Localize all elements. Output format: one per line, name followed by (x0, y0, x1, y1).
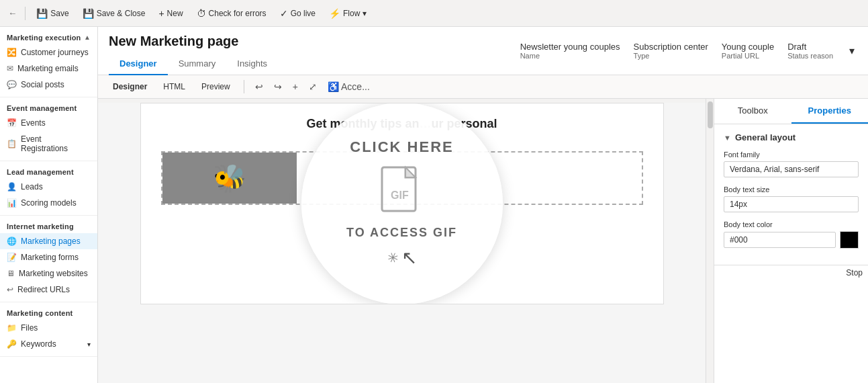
gif-sparkle-icon: ✳ (385, 248, 401, 267)
sidebar-item-customer-journeys[interactable]: 🔀 Customer journeys (0, 44, 97, 60)
page-header-left: New Marketing page Designer Summary Insi… (109, 34, 278, 75)
save-icon: 💾 (36, 8, 48, 19)
sidebar-section-title-event-management: Event management (0, 97, 97, 115)
check-errors-button[interactable]: ⏱ Check for errors (191, 5, 272, 22)
sidebar-section-title-internet-marketing: Internet marketing (0, 216, 97, 233)
sidebar-item-keywords[interactable]: 🔑 Keywords ▾ (0, 336, 97, 352)
go-live-icon: ✓ (280, 8, 288, 19)
back-button[interactable]: ← (5, 5, 19, 21)
canvas[interactable]: Get monthly tips an…ur personal 🐝 CLICK … (98, 99, 706, 383)
designer-toolbar: Designer HTML Preview ↩ ↪ + ⤢ ♿ Acce... (98, 75, 868, 99)
canvas-container: Get monthly tips an…ur personal 🐝 CLICK … (98, 99, 868, 383)
keywords-expand-icon: ▾ (87, 341, 91, 348)
top-toolbar: ← 💾 Save 💾 Save & Close + New ⏱ Check fo… (0, 0, 868, 27)
event-registrations-icon: 📋 (7, 139, 17, 148)
header-field-status-label: Status reason (787, 52, 833, 60)
panel-color-row (724, 231, 859, 249)
header-field-status: Draft Status reason (787, 42, 833, 60)
gif-to-access-text: TO ACCESS GIF (346, 226, 457, 240)
sidebar-item-redirect-urls[interactable]: ↩ Redirect URLs (0, 282, 97, 298)
panel-field-font-family-label: Font family (724, 151, 859, 159)
page-header: New Marketing page Designer Summary Insi… (98, 27, 868, 75)
panel-field-body-text-color-label: Body text color (724, 220, 859, 228)
gif-click-here-text: CLICK HERE (350, 138, 453, 156)
designer-sub-tab-preview[interactable]: Preview (195, 79, 237, 94)
tab-summary[interactable]: Summary (168, 54, 227, 75)
gif-cursor-decoration: ✳ ↖ (387, 247, 417, 269)
content-area: New Marketing page Designer Summary Insi… (98, 27, 868, 383)
go-live-button[interactable]: ✓ Go live (275, 5, 321, 22)
sidebar-item-marketing-emails[interactable]: ✉ Marketing emails (0, 60, 97, 77)
panel-input-font-family[interactable] (724, 161, 859, 177)
tab-designer[interactable]: Designer (109, 54, 168, 75)
panel-input-body-text-size[interactable] (724, 196, 859, 212)
stop-area: Stop (714, 265, 868, 280)
panel-input-body-text-color[interactable] (724, 232, 836, 248)
designer-toolbar-divider (244, 80, 244, 93)
marketing-pages-icon: 🌐 (7, 237, 17, 246)
panel-section-title: General layout (735, 132, 795, 142)
canvas-scrollbar[interactable] (706, 99, 714, 383)
panel-field-body-text-size-label: Body text size (724, 185, 859, 194)
header-field-name-value: Newsletter young couples (520, 42, 620, 52)
panel-tab-toolbox[interactable]: Toolbox (714, 99, 791, 124)
stop-label: Stop (846, 268, 863, 278)
sidebar-section-marketing-content: Marketing content 📁 Files 🔑 Keywords ▾ (0, 302, 97, 357)
flow-button[interactable]: ⚡ Flow ▾ (324, 5, 372, 22)
sidebar-item-events[interactable]: 📅 Events (0, 115, 97, 131)
header-field-partial-url-value: Young couple (722, 42, 774, 52)
tab-insights[interactable]: Insights (226, 54, 278, 75)
customer-journeys-icon: 🔀 (7, 48, 17, 57)
header-field-type-label: Type (634, 52, 708, 60)
check-errors-icon: ⏱ (197, 8, 206, 19)
sidebar-section-title-lead-management: Lead management (0, 161, 97, 179)
sidebar-item-scoring-models[interactable]: 📊 Scoring models (0, 195, 97, 211)
designer-sub-tab-designer[interactable]: Designer (106, 79, 154, 94)
panel-field-body-text-color: Body text color (724, 220, 859, 249)
fullscreen-button[interactable]: ⤢ (305, 79, 321, 94)
save-close-icon: 💾 (83, 8, 94, 19)
keywords-icon: 🔑 (7, 339, 17, 349)
sidebar-section-marketing-execution: Marketing execution ▲ 🔀 Customer journey… (0, 27, 97, 97)
marketing-emails-icon: ✉ (7, 64, 13, 73)
sidebar-item-event-registrations[interactable]: 📋 Event Registrations (0, 131, 97, 157)
social-posts-icon: 💬 (7, 80, 17, 89)
undo-button[interactable]: ↩ (251, 79, 267, 94)
svg-marker-1 (405, 167, 416, 177)
new-button[interactable]: + New (153, 5, 188, 22)
sidebar-collapse-icon[interactable]: ▲ (84, 34, 91, 41)
svg-text:GIF: GIF (391, 189, 409, 201)
designer-sub-tab-html[interactable]: HTML (156, 79, 192, 94)
save-button[interactable]: 💾 Save (31, 5, 74, 22)
gif-overlay[interactable]: CLICK HERE GIF TO ACCESS GIF (301, 103, 503, 304)
panel-section-chevron: ▼ (724, 134, 731, 142)
panel-section-header[interactable]: ▼ General layout (724, 132, 859, 142)
page-title: New Marketing page (109, 34, 278, 49)
events-icon: 📅 (7, 118, 17, 128)
scoring-models-icon: 📊 (7, 198, 17, 208)
accessibility-icon: ♿ (328, 81, 339, 92)
sidebar-item-marketing-pages[interactable]: 🌐 Marketing pages (0, 233, 97, 249)
scrollbar-handle[interactable] (708, 101, 713, 128)
sidebar-section-title-marketing-content: Marketing content (0, 302, 97, 320)
bee-image: 🐝 (213, 163, 246, 194)
new-icon: + (158, 8, 164, 19)
header-field-partial-url: Young couple Partial URL (722, 42, 774, 60)
flow-dropdown-icon: ▾ (363, 9, 367, 18)
sidebar-item-marketing-websites[interactable]: 🖥 Marketing websites (0, 265, 97, 282)
panel-color-swatch[interactable] (840, 231, 859, 249)
sidebar: Marketing execution ▲ 🔀 Customer journey… (0, 27, 98, 383)
sidebar-item-leads[interactable]: 👤 Leads (0, 179, 97, 195)
redo-button[interactable]: ↪ (270, 79, 286, 94)
header-expand-button[interactable]: ▾ (847, 42, 857, 60)
sidebar-item-files[interactable]: 📁 Files (0, 320, 97, 336)
panel-tab-properties[interactable]: Properties (791, 99, 869, 124)
gif-file-icon: GIF (379, 164, 426, 218)
add-element-button[interactable]: + (289, 79, 302, 94)
gif-cursor-icon: ↖ (401, 247, 417, 269)
sidebar-item-marketing-forms[interactable]: 📝 Marketing forms (0, 249, 97, 265)
save-close-button[interactable]: 💾 Save & Close (77, 5, 151, 22)
accessibility-button[interactable]: ♿ Acce... (324, 79, 374, 94)
canvas-content[interactable]: Get monthly tips an…ur personal 🐝 CLICK … (140, 103, 664, 304)
sidebar-item-social-posts[interactable]: 💬 Social posts (0, 77, 97, 93)
